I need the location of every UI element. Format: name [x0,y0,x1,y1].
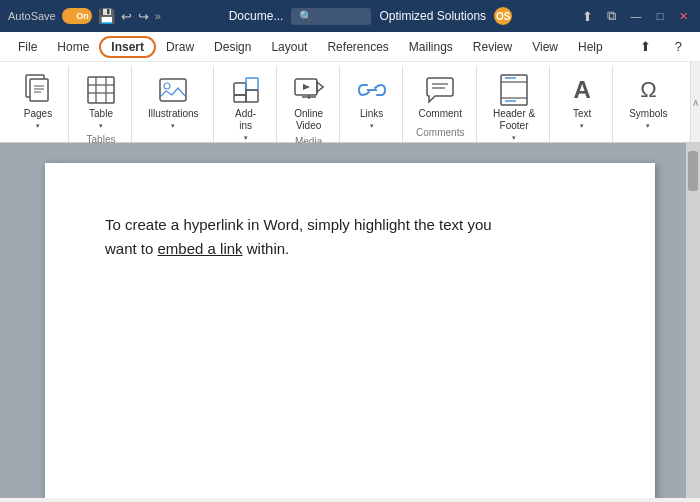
svg-point-11 [164,83,170,89]
menu-design[interactable]: Design [204,36,261,58]
ribbon: File Home Insert Draw Design Layout Refe… [0,32,700,143]
title-bar: AutoSave On 💾 ↩ ↪ » Docume... 🔍 Optimize… [0,0,700,32]
search-box[interactable]: 🔍 [291,8,371,25]
tool-group-symbols: Ω Symbols ▾ [615,66,681,142]
ribbon-toggle-icon[interactable]: ⧉ [604,8,620,24]
symbols-group-inner: Ω Symbols ▾ [623,66,673,138]
text-label: Text [573,108,591,120]
online-video-label: OnlineVideo [294,108,323,132]
pages-group-inner: Pages ▾ [16,66,60,138]
table-icon [85,74,117,106]
addins-button[interactable]: Add-ins ▾ [224,70,268,146]
menu-insert[interactable]: Insert [99,36,156,58]
app-badge: OS [494,7,512,25]
undo-icon[interactable]: ↩ [121,9,132,24]
share-icon[interactable]: ⬆ [580,8,596,24]
pages-label: Pages [24,108,52,120]
symbols-arrow: ▾ [646,122,650,130]
title-bar-right: ⬆ ⧉ — □ ✕ [580,8,692,24]
page-content: To create a hyperlink in Word, simply hi… [105,213,595,261]
pages-icon [22,74,54,106]
ribbon-scroll[interactable]: ∧ [690,62,700,142]
autosave-toggle[interactable]: On [62,8,92,24]
comment-label: Comment [419,108,462,120]
document-name: Docume... [229,9,284,23]
menu-review[interactable]: Review [463,36,522,58]
scroll-thumb[interactable] [688,151,698,191]
header-footer-label: Header &Footer [493,108,535,132]
share-button[interactable]: ⬆ [630,35,661,58]
symbols-label: Symbols [629,108,667,120]
menu-draw[interactable]: Draw [156,36,204,58]
table-label: Table [89,108,113,120]
comments-group-label: Comments [416,127,464,142]
menu-layout[interactable]: Layout [261,36,317,58]
tool-group-text: A Text ▾ [552,66,613,142]
table-button[interactable]: Table ▾ [79,70,123,134]
addins-icon [230,74,262,106]
maximize-button[interactable]: □ [652,8,668,24]
links-button[interactable]: Links ▾ [350,70,394,134]
scroll-bar[interactable] [686,143,700,498]
save-icon[interactable]: 💾 [98,8,115,24]
redo-icon[interactable]: ↪ [138,9,149,24]
illustrations-group-inner: Illustrations ▾ [142,66,205,138]
comments-group-inner: Comment [413,66,468,127]
title-bar-left: AutoSave On 💾 ↩ ↪ » [8,8,161,24]
app-title: Optimized Solutions [379,9,486,23]
tool-group-illustrations: Illustrations ▾ [134,66,214,142]
svg-rect-15 [234,95,246,102]
tool-group-addins: Add-ins ▾ [216,66,277,142]
text-button[interactable]: A Text ▾ [560,70,604,134]
header-footer-button[interactable]: Header &Footer ▾ [487,70,541,146]
title-bar-center: Docume... 🔍 Optimized Solutions OS [229,7,512,25]
content-line2: want to [105,240,158,257]
svg-rect-5 [88,77,114,103]
menu-mailings[interactable]: Mailings [399,36,463,58]
close-button[interactable]: ✕ [676,8,692,24]
comment-icon [424,74,456,106]
toolbar-inner: Pages ▾ [0,62,690,142]
text-group-inner: A Text ▾ [560,66,604,138]
content-highlight: embed a link [158,240,243,257]
content-line3: within. [243,240,290,257]
content-line1: To create a hyperlink in Word, simply hi… [105,216,492,233]
tool-group-links: Links ▾ [342,66,403,142]
media-group-inner: OnlineVideo [287,66,331,136]
header-footer-group-inner: Header &Footer ▾ [487,66,541,146]
pages-button[interactable]: Pages ▾ [16,70,60,134]
toolbar: Pages ▾ [0,62,700,142]
tool-group-media: OnlineVideo Media [279,66,340,142]
document-area: To create a hyperlink in Word, simply hi… [0,143,700,498]
text-icon: A [566,74,598,106]
help-button[interactable]: ? [665,35,692,58]
symbols-button[interactable]: Ω Symbols ▾ [623,70,673,134]
menu-file[interactable]: File [8,36,47,58]
tool-group-comments: Comment Comments [405,66,477,142]
links-group-inner: Links ▾ [350,66,394,138]
text-arrow: ▾ [580,122,584,130]
addins-arrow: ▾ [244,134,248,142]
menu-bar: File Home Insert Draw Design Layout Refe… [0,32,700,62]
document-page: To create a hyperlink in Word, simply hi… [45,163,655,498]
menu-help[interactable]: Help [568,36,613,58]
svg-rect-12 [234,83,246,95]
online-video-icon [293,74,325,106]
menu-view[interactable]: View [522,36,568,58]
svg-marker-17 [317,82,323,92]
table-group-inner: Table ▾ [79,66,123,134]
illustrations-label: Illustrations [148,108,199,120]
menu-references[interactable]: References [317,36,398,58]
addins-label: Add-ins [235,108,256,132]
links-arrow: ▾ [370,122,374,130]
illustrations-button[interactable]: Illustrations ▾ [142,70,205,134]
menu-home[interactable]: Home [47,36,99,58]
minimize-button[interactable]: — [628,8,644,24]
comment-button[interactable]: Comment [413,70,468,124]
links-label: Links [360,108,383,120]
svg-rect-14 [246,90,258,102]
addins-group-inner: Add-ins ▾ [224,66,268,146]
illustrations-icon [157,74,189,106]
svg-marker-20 [303,84,310,90]
online-video-button[interactable]: OnlineVideo [287,70,331,136]
